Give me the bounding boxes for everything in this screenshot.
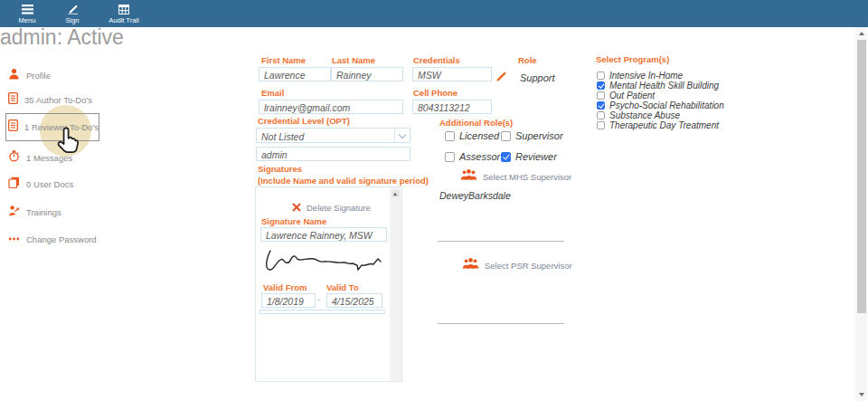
todo-icon	[8, 119, 18, 135]
delete-signature-label: Delete Signature	[307, 203, 371, 213]
date-range-separator: -	[317, 295, 320, 304]
sidebar-item-label: Profile	[26, 71, 51, 81]
sign-icon	[67, 4, 79, 14]
first-name-input[interactable]: Lawrence	[259, 67, 331, 81]
checkbox[interactable]	[597, 121, 605, 129]
checkbox[interactable]	[597, 101, 605, 110]
audit-trail-button[interactable]: Audit Trail	[98, 0, 150, 27]
program-option-intensive-in-home[interactable]: Intensive In-Home	[597, 71, 683, 81]
checkbox[interactable]	[445, 152, 455, 162]
group-icon	[462, 257, 479, 273]
checkbox-label: Licensed	[459, 130, 499, 141]
sidebar-item-label: 0 User Docs	[26, 179, 73, 189]
collapsed-signature-row	[259, 310, 385, 314]
checkbox[interactable]	[501, 152, 511, 162]
scroll-up-icon[interactable]	[859, 32, 864, 35]
person-icon	[8, 67, 20, 83]
select-programs-label: Select Program(s)	[596, 54, 669, 64]
divider	[438, 323, 564, 324]
program-option-therapeutic-day-treatment[interactable]: Therapeutic Day Treatment	[597, 120, 719, 130]
checkbox-label: Out Patient	[609, 91, 655, 100]
signature-image	[263, 247, 382, 285]
sidebar-item-label: Trainings	[26, 207, 61, 217]
username-input[interactable]: admin	[256, 147, 410, 161]
docs-icon	[8, 176, 20, 192]
menu-button[interactable]: Menu	[9, 0, 45, 27]
role-option-licensed[interactable]: Licensed	[445, 130, 499, 141]
select-mhs-supervisor-button[interactable]: Select MHS Supervisor	[460, 168, 571, 185]
role-option-supervisor[interactable]: Supervisor	[501, 130, 563, 141]
checkbox-label: Reviewer	[515, 151, 557, 162]
program-option-substance-abuse[interactable]: Substance Abuse	[597, 110, 680, 120]
credentials-input[interactable]: MSW	[412, 67, 492, 81]
scroll-down-icon[interactable]	[859, 393, 864, 396]
sign-label: Sign	[65, 16, 79, 24]
checkbox-label: Psycho-Social Rehabilitation	[609, 100, 724, 110]
checkbox-label: Supervisor	[515, 130, 563, 141]
dropdown-button[interactable]	[394, 129, 410, 142]
select-mhs-supervisor-label: Select MHS Supervisor	[483, 172, 571, 182]
sidebar-item-label: 35 Author To-Do's	[24, 95, 92, 105]
signature-panel-scrollbar[interactable]	[390, 187, 401, 381]
valid-to-label: Valid To	[326, 282, 359, 292]
email-label: Email	[261, 88, 284, 98]
stopwatch-icon	[8, 149, 20, 166]
first-name-label: First Name	[261, 55, 306, 65]
checkbox-label: Intensive In-Home	[609, 71, 683, 81]
program-option-psycho-social-rehabilitation[interactable]: Psycho-Social Rehabilitation	[597, 100, 724, 110]
checkbox[interactable]	[597, 111, 605, 119]
last-name-label: Last Name	[332, 55, 375, 65]
sidebar-item-user-docs[interactable]: 0 User Docs	[8, 176, 73, 192]
checkbox[interactable]	[501, 131, 511, 141]
checkbox-label: Therapeutic Day Treatment	[609, 120, 719, 130]
valid-from-input[interactable]: 1/8/2019	[261, 293, 316, 308]
credential-level-select[interactable]: Not Listed	[256, 128, 410, 143]
audit-trail-label: Audit Trail	[108, 16, 138, 24]
role-option-assessor[interactable]: Assessor	[445, 151, 500, 162]
signatures-label: Signatures	[258, 164, 302, 174]
program-option-mental-health-skill-building[interactable]: Mental Health Skill Building	[597, 81, 719, 91]
group-icon	[460, 168, 477, 185]
valid-to-input[interactable]: 4/15/2025	[326, 293, 382, 308]
menu-icon	[22, 4, 33, 14]
divider	[438, 241, 564, 242]
sidebar-item-author-todos[interactable]: 35 Author To-Do's	[8, 91, 92, 108]
menu-label: Menu	[19, 16, 36, 24]
role-option-reviewer[interactable]: Reviewer	[501, 151, 557, 162]
program-option-out-patient[interactable]: Out Patient	[597, 91, 655, 100]
checkbox[interactable]	[597, 81, 605, 90]
additional-roles-label: Additional Role(s)	[439, 118, 513, 128]
role-label: Role	[518, 55, 537, 65]
chevron-down-icon	[399, 131, 406, 138]
todo-icon	[8, 91, 18, 108]
app-window: Menu Sign Audit Trail admin: Active Prof…	[0, 0, 868, 401]
checkbox[interactable]	[597, 72, 605, 80]
select-psr-supervisor-button[interactable]: Select PSR Supervisor	[462, 257, 572, 273]
credential-level-value: Not Listed	[261, 131, 304, 142]
top-toolbar: Menu Sign Audit Trail	[0, 0, 868, 27]
delete-signature-button[interactable]: Delete Signature	[292, 199, 371, 215]
scroll-up-icon[interactable]	[392, 190, 400, 197]
sidebar-item-trainings[interactable]: Trainings	[8, 204, 61, 220]
checkbox-label: Substance Abuse	[609, 110, 680, 120]
checkbox[interactable]	[597, 91, 605, 100]
dots-icon	[8, 231, 20, 247]
scrollbar-thumb[interactable]	[857, 40, 866, 313]
cell-phone-label: Cell Phone	[413, 88, 458, 98]
credentials-label: Credentials	[413, 55, 460, 65]
signature-name-input[interactable]: Lawrence Rainney, MSW	[260, 227, 387, 242]
edit-pencil-icon[interactable]	[495, 70, 508, 86]
sign-button[interactable]: Sign	[52, 0, 92, 27]
audit-trail-icon	[118, 4, 129, 14]
valid-from-label: Valid From	[263, 282, 307, 292]
checkbox[interactable]	[445, 131, 455, 141]
page-scrollbar[interactable]	[855, 27, 867, 401]
sidebar-item-change-password[interactable]: Change Password	[8, 231, 97, 247]
trainings-icon	[8, 204, 20, 220]
sidebar-item-label: Change Password	[26, 234, 97, 244]
last-name-input[interactable]: Rainney	[331, 67, 403, 81]
sidebar-item-profile[interactable]: Profile	[8, 67, 51, 83]
signature-name-label: Signature Name	[261, 216, 326, 226]
cell-phone-input[interactable]: 8043113212	[412, 100, 492, 114]
email-input[interactable]: lrainney@gmail.com	[259, 100, 403, 114]
